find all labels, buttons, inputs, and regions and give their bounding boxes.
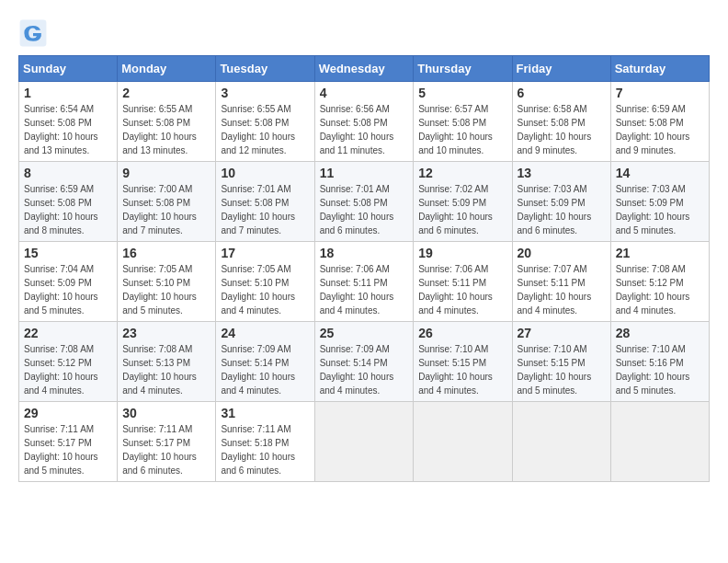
day-info: Sunrise: 7:07 AMSunset: 5:11 PMDaylight:… [518,262,606,317]
calendar-cell: 25 Sunrise: 7:09 AMSunset: 5:14 PMDaylig… [314,322,414,402]
calendar-cell: 7 Sunrise: 6:59 AMSunset: 5:08 PMDayligh… [610,82,709,162]
weekday-header-saturday: Saturday [610,56,709,82]
day-number: 7 [616,86,704,100]
day-number: 25 [320,326,409,340]
calendar-cell: 13 Sunrise: 7:03 AMSunset: 5:09 PMDaylig… [512,162,610,242]
day-number: 12 [418,166,506,180]
day-info: Sunrise: 6:59 AMSunset: 5:08 PMDaylight:… [24,182,112,237]
day-info: Sunrise: 6:58 AMSunset: 5:08 PMDaylight:… [518,102,606,157]
calendar-cell: 12 Sunrise: 7:02 AMSunset: 5:09 PMDaylig… [414,162,512,242]
day-number: 6 [518,86,606,100]
day-info: Sunrise: 7:08 AMSunset: 5:12 PMDaylight:… [616,262,704,317]
weekday-header-tuesday: Tuesday [216,56,314,82]
calendar-week-row: 8 Sunrise: 6:59 AMSunset: 5:08 PMDayligh… [19,162,710,242]
weekday-header-sunday: Sunday [19,56,118,82]
day-number: 11 [320,166,409,180]
day-info: Sunrise: 7:06 AMSunset: 5:11 PMDaylight:… [418,262,506,317]
calendar-header-row: SundayMondayTuesdayWednesdayThursdayFrid… [19,56,710,82]
calendar-cell: 19 Sunrise: 7:06 AMSunset: 5:11 PMDaylig… [414,242,512,322]
day-info: Sunrise: 6:55 AMSunset: 5:08 PMDaylight:… [122,102,210,157]
day-number: 23 [122,326,210,340]
calendar-cell: 5 Sunrise: 6:57 AMSunset: 5:08 PMDayligh… [414,82,512,162]
calendar-cell: 23 Sunrise: 7:08 AMSunset: 5:13 PMDaylig… [118,322,216,402]
day-number: 5 [418,86,506,100]
calendar-cell: 3 Sunrise: 6:55 AMSunset: 5:08 PMDayligh… [216,82,314,162]
calendar-cell: 15 Sunrise: 7:04 AMSunset: 5:09 PMDaylig… [19,242,118,322]
day-number: 20 [518,246,606,260]
calendar-cell: 9 Sunrise: 7:00 AMSunset: 5:08 PMDayligh… [118,162,216,242]
calendar-week-row: 15 Sunrise: 7:04 AMSunset: 5:09 PMDaylig… [19,242,710,322]
calendar-week-row: 1 Sunrise: 6:54 AMSunset: 5:08 PMDayligh… [19,82,710,162]
day-info: Sunrise: 7:02 AMSunset: 5:09 PMDaylight:… [418,182,506,237]
day-info: Sunrise: 7:10 AMSunset: 5:15 PMDaylight:… [518,342,606,397]
day-number: 31 [221,406,309,420]
calendar-cell: 8 Sunrise: 6:59 AMSunset: 5:08 PMDayligh… [19,162,118,242]
day-number: 14 [616,166,704,180]
weekday-header-wednesday: Wednesday [314,56,414,82]
day-info: Sunrise: 7:08 AMSunset: 5:12 PMDaylight:… [24,342,112,397]
calendar-cell: 20 Sunrise: 7:07 AMSunset: 5:11 PMDaylig… [512,242,610,322]
day-number: 15 [24,246,112,260]
day-number: 30 [122,406,210,420]
calendar-cell: 29 Sunrise: 7:11 AMSunset: 5:17 PMDaylig… [19,402,118,482]
calendar-cell: 17 Sunrise: 7:05 AMSunset: 5:10 PMDaylig… [216,242,314,322]
day-number: 27 [518,326,606,340]
day-number: 18 [320,246,409,260]
day-info: Sunrise: 7:00 AMSunset: 5:08 PMDaylight:… [122,182,210,237]
calendar-week-row: 22 Sunrise: 7:08 AMSunset: 5:12 PMDaylig… [19,322,710,402]
day-info: Sunrise: 7:03 AMSunset: 5:09 PMDaylight:… [518,182,606,237]
calendar-cell: 27 Sunrise: 7:10 AMSunset: 5:15 PMDaylig… [512,322,610,402]
day-info: Sunrise: 7:05 AMSunset: 5:10 PMDaylight:… [221,262,309,317]
calendar-cell: 11 Sunrise: 7:01 AMSunset: 5:08 PMDaylig… [314,162,414,242]
calendar-cell: 4 Sunrise: 6:56 AMSunset: 5:08 PMDayligh… [314,82,414,162]
day-info: Sunrise: 6:55 AMSunset: 5:08 PMDaylight:… [221,102,309,157]
calendar-cell: 30 Sunrise: 7:11 AMSunset: 5:17 PMDaylig… [118,402,216,482]
calendar-week-row: 29 Sunrise: 7:11 AMSunset: 5:17 PMDaylig… [19,402,710,482]
day-number: 17 [221,246,309,260]
calendar-cell: 2 Sunrise: 6:55 AMSunset: 5:08 PMDayligh… [118,82,216,162]
day-info: Sunrise: 7:01 AMSunset: 5:08 PMDaylight:… [320,182,409,237]
calendar-cell [314,402,414,482]
day-info: Sunrise: 7:04 AMSunset: 5:09 PMDaylight:… [24,262,112,317]
page-header [18,18,710,48]
day-info: Sunrise: 6:59 AMSunset: 5:08 PMDaylight:… [616,102,704,157]
day-info: Sunrise: 7:09 AMSunset: 5:14 PMDaylight:… [320,342,409,397]
calendar-cell: 1 Sunrise: 6:54 AMSunset: 5:08 PMDayligh… [19,82,118,162]
calendar-cell: 22 Sunrise: 7:08 AMSunset: 5:12 PMDaylig… [19,322,118,402]
weekday-header-friday: Friday [512,56,610,82]
calendar-cell [414,402,512,482]
day-number: 19 [418,246,506,260]
day-info: Sunrise: 7:10 AMSunset: 5:16 PMDaylight:… [616,342,704,397]
day-info: Sunrise: 7:09 AMSunset: 5:14 PMDaylight:… [221,342,309,397]
day-number: 21 [616,246,704,260]
calendar-cell [610,402,709,482]
day-info: Sunrise: 7:05 AMSunset: 5:10 PMDaylight:… [122,262,210,317]
day-info: Sunrise: 7:03 AMSunset: 5:09 PMDaylight:… [616,182,704,237]
day-number: 26 [418,326,506,340]
weekday-header-thursday: Thursday [414,56,512,82]
day-info: Sunrise: 6:57 AMSunset: 5:08 PMDaylight:… [418,102,506,157]
generalblue-logo-icon [18,18,48,48]
calendar-cell: 10 Sunrise: 7:01 AMSunset: 5:08 PMDaylig… [216,162,314,242]
day-info: Sunrise: 7:11 AMSunset: 5:17 PMDaylight:… [122,422,210,477]
calendar-cell: 14 Sunrise: 7:03 AMSunset: 5:09 PMDaylig… [610,162,709,242]
calendar-table: SundayMondayTuesdayWednesdayThursdayFrid… [18,55,710,482]
calendar-cell: 26 Sunrise: 7:10 AMSunset: 5:15 PMDaylig… [414,322,512,402]
day-number: 2 [122,86,210,100]
day-info: Sunrise: 6:54 AMSunset: 5:08 PMDaylight:… [24,102,112,157]
day-number: 1 [24,86,112,100]
day-info: Sunrise: 7:11 AMSunset: 5:17 PMDaylight:… [24,422,112,477]
day-number: 16 [122,246,210,260]
day-number: 4 [320,86,409,100]
day-number: 29 [24,406,112,420]
day-number: 24 [221,326,309,340]
calendar-cell: 18 Sunrise: 7:06 AMSunset: 5:11 PMDaylig… [314,242,414,322]
calendar-cell: 31 Sunrise: 7:11 AMSunset: 5:18 PMDaylig… [216,402,314,482]
calendar-cell: 6 Sunrise: 6:58 AMSunset: 5:08 PMDayligh… [512,82,610,162]
day-info: Sunrise: 7:01 AMSunset: 5:08 PMDaylight:… [221,182,309,237]
calendar-body: 1 Sunrise: 6:54 AMSunset: 5:08 PMDayligh… [19,82,710,482]
day-info: Sunrise: 7:10 AMSunset: 5:15 PMDaylight:… [418,342,506,397]
calendar-cell [512,402,610,482]
weekday-header-monday: Monday [118,56,216,82]
calendar-cell: 28 Sunrise: 7:10 AMSunset: 5:16 PMDaylig… [610,322,709,402]
